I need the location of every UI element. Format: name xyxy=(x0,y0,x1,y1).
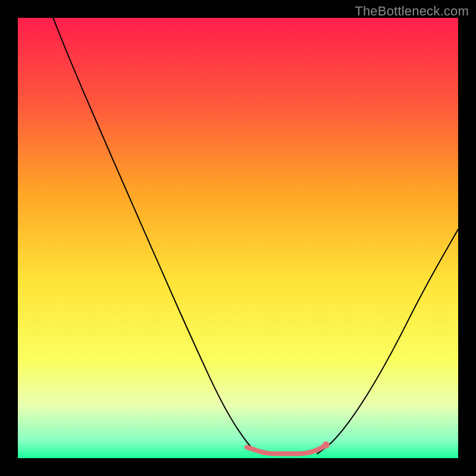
chart-frame: TheBottleneck.com xyxy=(0,0,476,476)
pink-endpoint-marker xyxy=(322,441,330,449)
chart-svg xyxy=(18,18,458,458)
gradient-background xyxy=(18,18,458,458)
watermark-text: TheBottleneck.com xyxy=(355,4,469,19)
plot-area xyxy=(18,18,458,458)
